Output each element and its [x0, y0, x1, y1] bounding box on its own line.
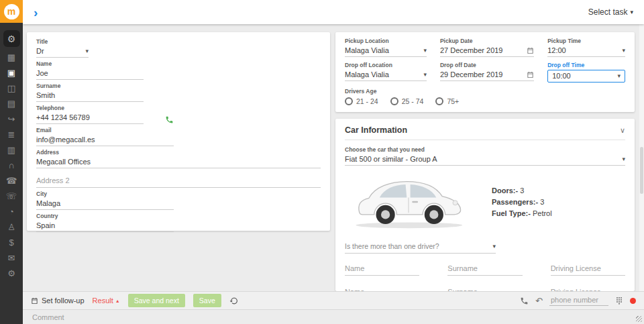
sidebar-item-dashboard[interactable]: ▦	[0, 53, 23, 62]
scrollbar-thumb[interactable]	[640, 147, 643, 194]
dollar-icon: $	[9, 237, 13, 248]
dropoff-time-select[interactable]: 10:00 ▾	[547, 70, 625, 83]
sidebar-item-contacts[interactable]: ♙	[0, 223, 23, 231]
dialpad-icon[interactable]	[615, 296, 623, 305]
chevron-down-icon: ▾	[617, 72, 621, 79]
sidebar-item-messages[interactable]: ✉	[0, 254, 23, 262]
phone-number-input[interactable]	[549, 295, 608, 306]
sidebar-item-phone[interactable]: ☎	[0, 176, 23, 185]
dropoff-location-select[interactable]: Malaga Vialia ▾	[345, 70, 427, 81]
result-button[interactable]: Result ▲	[93, 296, 120, 305]
collapse-chevron-icon[interactable]: ∨	[620, 126, 625, 135]
select-task-dropdown[interactable]: Select task ▾	[588, 7, 633, 17]
sidebar-item-settings-badge[interactable]: ⚙	[3, 30, 20, 47]
more-drivers-select[interactable]: Is there more than one driver? ▾	[345, 242, 496, 254]
call-icon[interactable]	[520, 296, 529, 305]
megacall-logo-icon: m	[4, 4, 19, 19]
dropoff-location-value: Malaga Vialia	[345, 70, 389, 78]
expand-arrow-icon[interactable]: ›	[34, 6, 38, 19]
car-information-card: Car Information ∨ Choose the car that yo…	[335, 119, 635, 291]
name-input[interactable]: Joe	[36, 68, 144, 80]
pickup-location-value: Malaga Vialia	[345, 46, 389, 54]
sidebar-item-history[interactable]: ◔	[0, 207, 23, 216]
call-phone-icon[interactable]	[165, 115, 174, 124]
dialer-icon: ☏	[6, 191, 17, 201]
callback-icon[interactable]: ↶	[535, 296, 543, 305]
sidebar-item-billing[interactable]: $	[0, 238, 23, 247]
dropoff-date-field: Drop off Date 29 December 2019	[440, 62, 534, 83]
comment-input[interactable]	[32, 313, 635, 321]
car-choice-select[interactable]: Fiat 500 or similar - Group A ▾	[345, 154, 625, 166]
car-spec-passengers: Passengers:- 3	[492, 197, 552, 208]
gear-icon: ⚙	[7, 34, 16, 44]
app-logo[interactable]: m	[0, 0, 23, 23]
title-select[interactable]: Dr ▾	[36, 46, 89, 58]
person-icon: ♙	[7, 222, 15, 232]
city-input[interactable]: Malaga	[36, 199, 174, 210]
age-option-21-24[interactable]: 21 - 24	[345, 97, 378, 105]
sidebar-item-layers[interactable]: ◫	[0, 84, 23, 93]
pickup-date-field: Pickup Date 27 December 2019	[440, 38, 534, 57]
recording-indicator	[630, 298, 636, 304]
vertical-scrollbar[interactable]	[639, 24, 644, 291]
car-preview-row: Doors:- 3 Passengers:- 3 Fuel Type:- Pet…	[349, 172, 625, 231]
address-input[interactable]: Megacall Offices	[36, 157, 321, 168]
surname-label: Surname	[36, 83, 321, 89]
select-task-label: Select task	[588, 7, 628, 17]
drivers-age-label: Drivers Age	[345, 88, 625, 95]
undo-icon[interactable]	[229, 296, 238, 305]
calendar-icon[interactable]	[527, 47, 534, 54]
dropoff-date-input[interactable]: 29 December 2019	[440, 70, 534, 81]
pickup-time-select[interactable]: 12:00 ▾	[547, 46, 625, 57]
result-label: Result	[93, 296, 113, 305]
extra-driver-row-1	[345, 263, 625, 276]
sidebar-item-support[interactable]: ∩	[0, 161, 23, 170]
calendar-icon: ▣	[7, 68, 15, 78]
gear-icon: ⚙	[7, 268, 15, 278]
car-spec-doors: Doors:- 3	[492, 185, 552, 197]
sidebar-item-settings[interactable]: ⚙	[0, 269, 23, 278]
sidebar-item-library[interactable]: ▤	[0, 99, 23, 108]
sidebar-item-tasks[interactable]: ≣	[0, 130, 23, 139]
driver2-license-input[interactable]	[551, 286, 625, 291]
pickup-location-label: Pickup Location	[345, 38, 427, 44]
address-label: Address	[36, 149, 321, 156]
driver2-surname-input[interactable]	[447, 286, 522, 291]
pickup-location-select[interactable]: Malaga Vialia ▾	[345, 46, 427, 57]
pickup-time-label: Pickup Time	[547, 38, 625, 44]
sidebar: m ⚙ ▦ ▣ ◫ ▤ ↪ ≣ ▥ ∩ ☎ ☏ ◔ ♙ $ ✉ ⚙	[0, 0, 23, 324]
fiat-500-image	[349, 172, 473, 231]
email-input[interactable]: info@megacall.es	[36, 135, 174, 146]
driver1-name-input[interactable]	[345, 263, 419, 276]
driver1-license-input[interactable]	[551, 263, 625, 276]
sidebar-item-calendar[interactable]: ▣	[0, 68, 23, 77]
sidebar-item-share[interactable]: ↪	[0, 115, 23, 123]
chevron-down-icon: ▾	[630, 9, 633, 15]
set-followup-button[interactable]: Set follow-up	[31, 296, 85, 305]
pickup-date-input[interactable]: 27 December 2019	[440, 46, 534, 57]
save-and-next-button[interactable]: Save and next	[128, 294, 185, 307]
age-option-75-plus[interactable]: 75+	[435, 97, 459, 105]
chevron-down-icon: ▾	[622, 156, 625, 162]
pickup-time-value: 12:00	[547, 46, 566, 54]
driver2-name-input[interactable]	[345, 286, 419, 291]
address2-input[interactable]	[36, 175, 321, 188]
calendar-icon[interactable]	[527, 71, 534, 78]
country-input[interactable]: Spain	[36, 221, 174, 232]
message-icon: ✉	[8, 253, 15, 263]
sidebar-item-reports[interactable]: ▥	[0, 146, 23, 154]
drivers-age-options: 21 - 24 25 - 74 75+	[345, 97, 625, 105]
age-option-25-74[interactable]: 25 - 74	[390, 97, 424, 105]
sidebar-item-dialer[interactable]: ☏	[0, 192, 23, 201]
age-option-label: 75+	[447, 97, 459, 105]
resize-grip[interactable]	[636, 316, 642, 322]
main-area: › Select task ▾ Title Dr ▾ Name	[23, 0, 644, 324]
phone-icon: ☎	[6, 176, 17, 186]
telephone-input[interactable]: +44 1234 56789	[36, 113, 144, 124]
email-value: info@megacall.es	[36, 136, 95, 144]
surname-input[interactable]: Smith	[36, 91, 144, 102]
surname-value: Smith	[36, 91, 55, 99]
driver1-surname-input[interactable]	[447, 263, 522, 276]
save-button[interactable]: Save	[193, 294, 221, 307]
car-information-header[interactable]: Car Information ∨	[345, 125, 625, 140]
